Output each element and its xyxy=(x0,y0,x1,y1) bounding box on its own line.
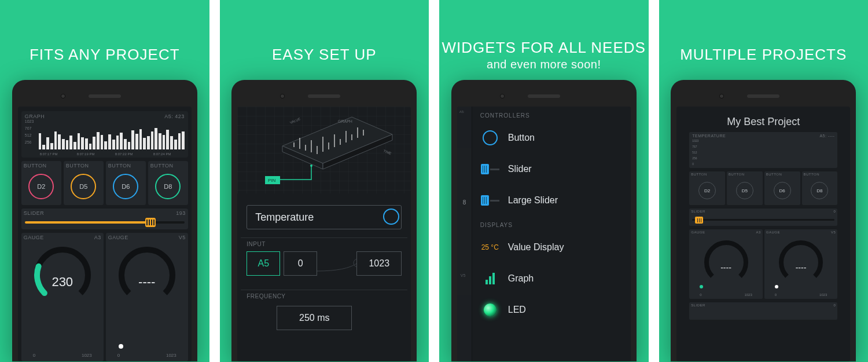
camera-icon xyxy=(280,94,285,98)
button-widget-d2[interactable]: BUTTON D2 xyxy=(21,161,61,205)
name-input[interactable]: Temperature xyxy=(247,205,402,229)
slider-icon xyxy=(480,191,500,210)
gauge-arc-icon xyxy=(700,236,752,288)
promo-panel-3: WIDGETS FOR ALL NEEDS and even more soon… xyxy=(439,0,649,362)
circle-icon: D8 xyxy=(155,174,181,199)
screen-dashboard: GRAPH A5: 423 1023 767 512 256 8:07:17 P… xyxy=(18,107,192,361)
range-low[interactable]: 0 xyxy=(284,251,317,276)
divider xyxy=(241,290,407,290)
phone-frame: A5: 8 V5 CONTROLLERS Button Slider Large… xyxy=(451,80,637,361)
gauge-dot-icon xyxy=(119,344,123,349)
mini-button: BUTTOND5 xyxy=(727,171,763,205)
range-high[interactable]: 1023 xyxy=(356,251,402,276)
widget-list[interactable]: CONTROLLERS Button Slider Large Slider D… xyxy=(472,107,631,361)
mini-button: BUTTOND2 xyxy=(689,171,725,205)
circle-icon: D5 xyxy=(71,174,96,199)
circle-icon: D2 xyxy=(28,174,54,199)
circle-icon: D6 xyxy=(113,174,138,199)
input-row: A5 0 1023 xyxy=(247,251,402,276)
project-title: My Best Project xyxy=(676,116,850,128)
panel-headline: FITS ANY PROJECT xyxy=(30,35,180,75)
phone-frame: My Best Project TEMPERATURE A5: ---- 102… xyxy=(671,80,856,361)
promo-panel-4: MULTIPLE PROJECTS My Best Project TEMPER… xyxy=(659,0,869,362)
svg-point-27 xyxy=(700,236,752,288)
slider-knob-icon xyxy=(695,217,703,224)
mini-gauges: GAUGE A3 ---- 01023 GAUGE V5 xyxy=(689,229,837,299)
speaker-icon xyxy=(528,94,560,98)
panel-headline: EASY SET UP xyxy=(272,35,377,75)
phone-frame: GRAPH VALUE TIME PIN Temperature INPUT A… xyxy=(231,80,417,361)
svg-point-28 xyxy=(775,236,827,288)
isometric-diagram: GRAPH VALUE TIME PIN xyxy=(237,107,411,193)
list-item-graph[interactable]: Graph xyxy=(472,263,631,294)
svg-point-26 xyxy=(354,259,356,267)
phone-frame: GRAPH A5: 423 1023 767 512 256 8:07:17 P… xyxy=(12,80,197,361)
panel-headline: WIDGETS FOR ALL NEEDS and even more soon… xyxy=(442,35,646,75)
screen-projects: My Best Project TEMPERATURE A5: ---- 102… xyxy=(676,107,850,361)
gauge-row: GAUGE A3 230 0 1023 GAUGE V5 xyxy=(21,233,188,361)
widget-pin-value: A5: 423 xyxy=(164,114,185,119)
gauge-widget-v5[interactable]: GAUGE V5 ---- 0 1023 xyxy=(106,233,188,361)
panel-headline: MULTIPLE PROJECTS xyxy=(680,35,847,75)
list-item-led[interactable]: LED xyxy=(472,294,631,326)
button-icon xyxy=(480,128,500,148)
slider-icon xyxy=(480,159,500,179)
widget-label: GRAPH xyxy=(25,114,45,119)
mini-slider: SLIDER 0 xyxy=(689,209,837,226)
button-widget-d5[interactable]: BUTTON D5 xyxy=(64,161,104,205)
section-label-input: INPUT xyxy=(247,241,266,247)
button-widget-d6[interactable]: BUTTON D6 xyxy=(106,161,146,205)
camera-icon xyxy=(500,94,505,98)
section-label-frequency: FREQUENCY xyxy=(247,293,285,299)
list-item-slider[interactable]: Slider xyxy=(472,153,631,185)
list-item-button[interactable]: Button xyxy=(472,122,631,153)
phone-top xyxy=(457,86,631,107)
frequency-select[interactable]: 250 ms xyxy=(277,306,352,330)
graph-bars xyxy=(39,124,185,149)
slider-fill xyxy=(25,221,150,224)
mini-graph: TEMPERATURE A5: ---- 1023 767 512 256 0 xyxy=(689,132,837,168)
slider-widget[interactable]: SLIDER 193 xyxy=(21,209,188,229)
screen-setup: GRAPH VALUE TIME PIN Temperature INPUT A… xyxy=(237,107,411,361)
promo-panel-2: EASY SET UP xyxy=(220,0,429,362)
gauge-arc-icon xyxy=(775,236,827,288)
mini-slider-2: SLIDER 0 xyxy=(689,302,837,320)
speaker-icon xyxy=(747,94,779,98)
speaker-icon xyxy=(308,94,340,98)
phone-top xyxy=(237,86,411,107)
svg-text:PIN: PIN xyxy=(268,178,276,183)
svg-point-20 xyxy=(310,164,312,167)
gauge-widget-a3[interactable]: GAUGE A3 230 0 1023 xyxy=(21,233,104,361)
graph-icon xyxy=(480,269,500,288)
gauge-dot-icon xyxy=(775,285,778,288)
phone-top xyxy=(18,86,192,107)
screen-widget-list: A5: 8 V5 CONTROLLERS Button Slider Large… xyxy=(457,107,631,361)
button-widget-d8[interactable]: BUTTON D8 xyxy=(148,161,188,205)
name-input-value: Temperature xyxy=(255,211,314,224)
slider-knob-icon[interactable] xyxy=(145,218,156,227)
camera-icon xyxy=(719,94,724,98)
mini-gauge: GAUGE V5 ---- 01023 xyxy=(764,229,838,299)
mini-gauge: GAUGE A3 ---- 01023 xyxy=(689,229,763,299)
value-icon: 25 °C xyxy=(480,237,500,257)
svg-text:GRAPH: GRAPH xyxy=(338,119,352,123)
graph-widget[interactable]: GRAPH A5: 423 1023 767 512 256 8:07:17 P… xyxy=(21,111,188,158)
iso-widget-icon: GRAPH VALUE TIME PIN xyxy=(237,107,411,193)
divider xyxy=(241,237,407,238)
camera-icon xyxy=(61,94,65,98)
mini-button: BUTTOND8 xyxy=(802,171,838,205)
phone-top xyxy=(676,86,850,107)
promo-panel-1: FITS ANY PROJECT GRAPH A5: 423 1023 767 … xyxy=(0,0,209,362)
dashboard-peek: A5: 8 V5 xyxy=(457,107,472,361)
mapping-curve-icon xyxy=(317,251,356,276)
pin-select[interactable]: A5 xyxy=(247,251,280,276)
button-row: BUTTON D2 BUTTON D5 BUTTON D6 BUTTON D8 xyxy=(21,161,188,205)
speaker-icon xyxy=(89,94,121,98)
group-header-displays: DISPLAYS xyxy=(472,216,631,232)
mini-buttons: BUTTOND2 BUTTOND5 BUTTOND6 BUTTOND8 xyxy=(689,171,837,205)
group-header-controllers: CONTROLLERS xyxy=(472,107,631,122)
project-preview[interactable]: TEMPERATURE A5: ---- 1023 767 512 256 0 … xyxy=(689,132,837,361)
list-item-large-slider[interactable]: Large Slider xyxy=(472,185,631,216)
led-icon xyxy=(480,300,500,320)
list-item-value-display[interactable]: 25 °C Value Display xyxy=(472,232,631,263)
